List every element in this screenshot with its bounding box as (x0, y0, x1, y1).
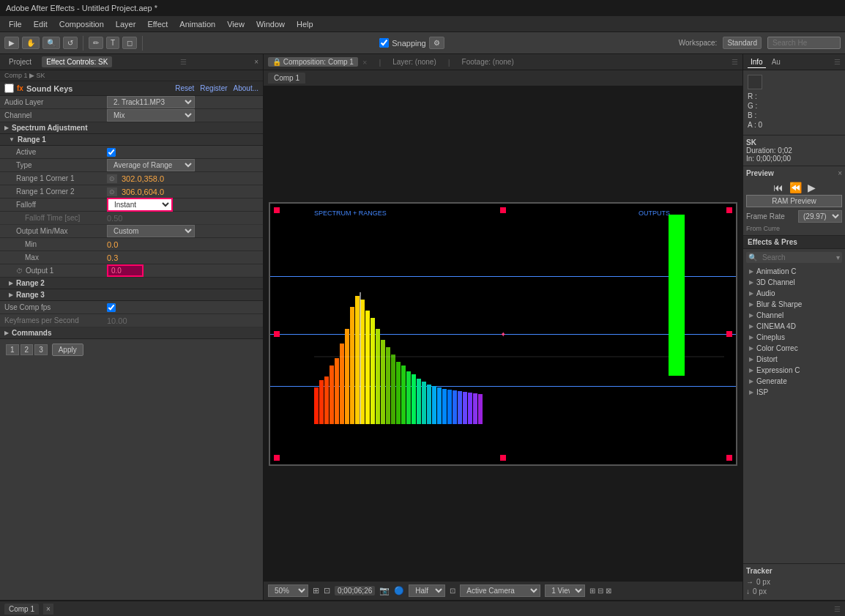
menu-animation[interactable]: Animation (174, 18, 221, 30)
menu-composition[interactable]: Composition (53, 18, 110, 30)
effects-search-dropdown[interactable]: ▾ (834, 253, 842, 261)
menu-edit[interactable]: Edit (28, 18, 53, 30)
svg-rect-13 (381, 340, 385, 424)
timeline-comp-tab[interactable]: Comp 1 (4, 604, 39, 615)
tool-select[interactable]: ▶ (4, 37, 19, 49)
effects-item-cineplus[interactable]: ▶ Cineplus (743, 332, 845, 343)
effects-item-3dchannel[interactable]: ▶ 3D Channel (743, 277, 845, 288)
num-btn-2[interactable]: 2 (21, 344, 34, 355)
effects-item-isp[interactable]: ▶ ISP (743, 387, 845, 398)
commands-section[interactable]: ▶ Commands (0, 327, 263, 339)
comp-1-tab[interactable]: Comp 1 (268, 73, 305, 84)
effect-controls-tab[interactable]: Effect Controls: SK (42, 56, 112, 67)
effects-item-audio[interactable]: ▶ Audio (743, 288, 845, 299)
num-btn-1[interactable]: 1 (6, 344, 19, 355)
comp-tab-close[interactable]: × (362, 58, 367, 67)
fx-header: fx Sound Keys Reset Register About... (0, 81, 263, 96)
anchor-mr (726, 331, 732, 337)
comp-header-tab[interactable]: 🔒 Composition: Comp 1 (268, 57, 358, 67)
num-btn-3[interactable]: 3 (34, 344, 48, 355)
snapping-checkbox[interactable] (379, 38, 389, 48)
camera-select[interactable]: Active Camera (460, 585, 540, 597)
type-select[interactable]: Average of Range (107, 159, 195, 171)
effects-item-color[interactable]: ▶ Color Correc (743, 343, 845, 354)
effects-item-generate[interactable]: ▶ Generate (743, 376, 845, 387)
comp-footer: 50% ⊞ ⊡ 0;00;06;26 📷 🔵 Half ⊡ Active Cam… (264, 581, 742, 600)
effects-item-expression[interactable]: ▶ Expression C (743, 365, 845, 376)
search-input[interactable] (767, 37, 841, 49)
snapping-label: Snapping (392, 39, 426, 48)
play-stop[interactable]: ▶ (806, 180, 817, 195)
falloff-select[interactable]: Instant (107, 198, 173, 212)
menu-effect[interactable]: Effect (141, 18, 174, 30)
project-tab[interactable]: Project (4, 56, 36, 67)
channel-select[interactable]: Mix (107, 109, 195, 122)
panel-close-btn[interactable]: × (254, 58, 258, 66)
workspace-select[interactable]: Standard (723, 37, 762, 49)
effects-item-channel[interactable]: ▶ Channel (743, 310, 845, 321)
menu-window[interactable]: Window (250, 18, 291, 30)
tool-shape[interactable]: ◻ (122, 37, 137, 49)
preview-close[interactable]: × (838, 169, 842, 177)
zoom-select[interactable]: 50% (268, 585, 308, 597)
svg-rect-25 (442, 389, 447, 424)
audio-tab[interactable]: Au (769, 56, 783, 67)
tool-text[interactable]: T (106, 37, 119, 49)
fx-register[interactable]: Register (200, 84, 227, 92)
corner2-icon: ⊙ (107, 188, 117, 196)
audio-layer-select[interactable]: 2. Track11.MP3 (107, 96, 195, 108)
range1-section[interactable]: ▼ Range 1 (0, 134, 263, 146)
effects-item-animation[interactable]: ▶ Animation C (743, 266, 845, 277)
a-row: A : 0 (748, 121, 841, 129)
info-tab[interactable]: Info (748, 56, 766, 68)
output1-stopwatch[interactable]: ⏱ (16, 267, 23, 275)
tool-zoom[interactable]: 🔍 (42, 37, 60, 49)
menu-view[interactable]: View (221, 18, 250, 30)
ram-preview-btn[interactable]: RAM Preview (746, 195, 842, 207)
snap-icon[interactable]: ⊡ (324, 586, 330, 595)
anchor-ml (274, 331, 280, 337)
fx-reset[interactable]: Reset (175, 84, 194, 92)
type-label: Type (4, 161, 107, 169)
svg-rect-32 (478, 394, 483, 424)
output1-input[interactable] (107, 264, 144, 277)
menu-layer[interactable]: Layer (110, 18, 142, 30)
left-panel: Project Effect Controls: SK ☰ × Comp 1 ▶… (0, 54, 264, 600)
effects-search-input[interactable] (759, 252, 834, 263)
range2-triangle: ▶ (9, 280, 13, 286)
menu-file[interactable]: File (3, 18, 28, 30)
snapping-options[interactable]: ⚙ (429, 37, 444, 49)
active-checkbox[interactable] (107, 148, 116, 157)
svg-rect-30 (468, 393, 472, 424)
panel-menu-icon[interactable]: ☰ (180, 58, 187, 66)
fx-enable-checkbox[interactable] (4, 84, 14, 93)
fps-select[interactable]: (29.97) (798, 210, 842, 223)
tool-rotate[interactable]: ↺ (63, 37, 78, 49)
range2-section[interactable]: ▶ Range 2 (0, 278, 263, 289)
tl-close-btn[interactable]: × (43, 604, 53, 615)
comp-viewer[interactable]: SPECTRUM + RANGES OUTPUTS ✦ (264, 86, 742, 581)
quality-select[interactable]: Half (409, 585, 445, 597)
tl-menu[interactable]: ☰ (834, 605, 841, 613)
view-select[interactable]: 1 View (545, 585, 585, 597)
corner1-icon: ⊙ (107, 174, 117, 183)
effects-item-cinema4d[interactable]: ▶ CINEMA 4D (743, 321, 845, 332)
range3-section[interactable]: ▶ Range 3 (0, 289, 263, 301)
type-row: Type Average of Range (0, 159, 263, 172)
menu-help[interactable]: Help (291, 18, 319, 30)
blue-line-1 (270, 276, 736, 277)
step-back[interactable]: ⏪ (788, 180, 803, 195)
apply-button[interactable]: Apply (52, 344, 83, 356)
spectrum-section[interactable]: ▶ Spectrum Adjustment (0, 122, 263, 134)
effects-item-blur[interactable]: ▶ Blur & Sharpe (743, 299, 845, 310)
right-panel-menu[interactable]: ☰ (834, 58, 841, 66)
tool-hand[interactable]: ✋ (22, 37, 40, 49)
comp-header-menu[interactable]: ☰ (732, 58, 738, 66)
fx-about[interactable]: About... (234, 84, 258, 92)
tool-pen[interactable]: ✏ (89, 37, 103, 49)
skip-to-start[interactable]: ⏮ (772, 180, 785, 195)
use-comp-fps-checkbox[interactable] (107, 303, 116, 312)
effects-item-distort[interactable]: ▶ Distort (743, 354, 845, 365)
output-minmax-select[interactable]: Custom (107, 225, 195, 237)
fit-icon[interactable]: ⊞ (313, 586, 319, 595)
